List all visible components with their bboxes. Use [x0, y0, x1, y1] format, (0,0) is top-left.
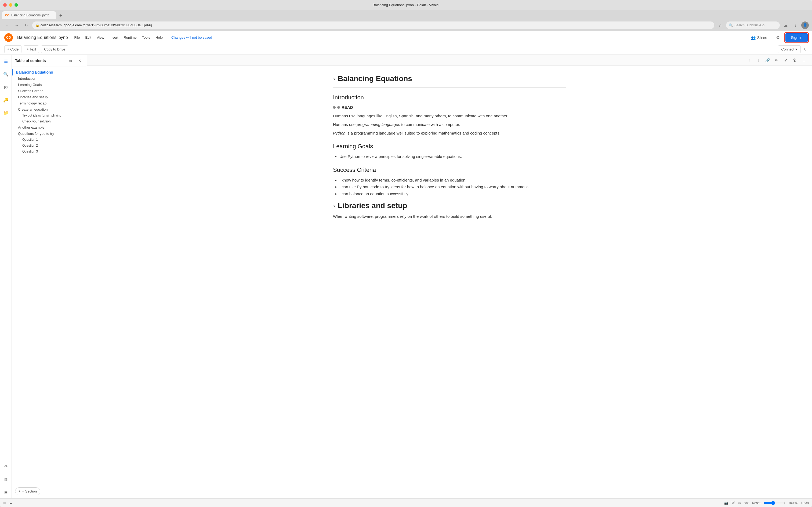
share-button[interactable]: 👥 Share — [748, 34, 770, 41]
extension-button[interactable]: ☁ — [782, 21, 790, 29]
success-criteria-3: I can balance an equation successfully. — [339, 190, 566, 198]
delete-button[interactable]: 🗑 — [791, 56, 799, 64]
profile-button[interactable]: 👤 — [801, 21, 809, 29]
settings-button[interactable]: ⚙ — [773, 33, 782, 42]
file-title: Balancing Equations.ipynb — [17, 35, 68, 40]
libraries-heading-text: Libraries and setup — [338, 202, 407, 210]
toc-item-balancing-equations[interactable]: Balancing Equations — [12, 69, 87, 75]
toc-close-button[interactable]: ✕ — [76, 57, 83, 64]
changes-notice[interactable]: Changes will not be saved — [171, 36, 212, 40]
main-area: ☰ 🔍 {x} 🔑 📁 <> ▦ ▣ Table of contents ▭ ✕ — [0, 55, 812, 498]
toc-header: Table of contents ▭ ✕ — [12, 55, 87, 67]
menu-button[interactable]: ⋮ — [792, 21, 799, 29]
add-code-button[interactable]: + Code — [4, 45, 21, 53]
close-button[interactable] — [3, 3, 7, 7]
libraries-chevron[interactable]: ∨ — [333, 204, 336, 208]
new-tab-button[interactable]: + — [57, 12, 64, 19]
success-criteria-list: I know how to identify terms, co-efficie… — [339, 177, 566, 198]
connect-dropdown-icon: ▾ — [795, 47, 797, 51]
code-icon[interactable]: </> — [744, 501, 749, 505]
read-label: READ — [342, 104, 353, 111]
toc-item-learning-goals[interactable]: Learning Goals — [12, 81, 87, 88]
menu-file[interactable]: File — [72, 35, 82, 41]
toc-item-success-criteria[interactable]: Success Criteria — [12, 88, 87, 94]
toc-item-libraries-setup[interactable]: Libraries and setup — [12, 94, 87, 100]
sidebar-icon-forms[interactable]: ▣ — [2, 488, 10, 496]
toc-item-terminology-recap[interactable]: Terminology recap — [12, 100, 87, 106]
forward-button[interactable]: → — [13, 21, 20, 29]
zoom-slider[interactable] — [764, 501, 785, 505]
sidebar-icon-code[interactable]: <> — [2, 462, 10, 470]
sidebar-icon-rail: ☰ 🔍 {x} 🔑 📁 <> ▦ ▣ — [0, 55, 12, 498]
toolbar-collapse-button[interactable]: ∧ — [802, 46, 808, 52]
toc-item-question-1[interactable]: Question 1 — [12, 137, 87, 143]
minimize-button[interactable] — [9, 3, 12, 7]
link-button[interactable]: 🔗 — [764, 56, 771, 64]
search-bar[interactable]: 🔍 Search DuckDuckGo — [726, 21, 780, 29]
app-window: Balancing Equations.ipynb - Colab - Viva… — [0, 0, 812, 507]
connect-button[interactable]: Connect ▾ — [778, 45, 801, 53]
move-down-button[interactable]: ↓ — [755, 56, 762, 64]
tab-bar: CO Balancing Equations.ipynb + — [0, 10, 812, 19]
edit-button[interactable]: ✏ — [773, 56, 780, 64]
toc-panel: Table of contents ▭ ✕ Balancing Equation… — [12, 55, 87, 498]
menu-help[interactable]: Help — [153, 35, 165, 41]
menu-runtime[interactable]: Runtime — [121, 35, 138, 41]
back-button[interactable]: ← — [3, 21, 11, 29]
toc-item-try-out-ideas[interactable]: Try out ideas for simplifying — [12, 113, 87, 118]
more-options-button[interactable]: ⋮ — [800, 56, 808, 64]
copy-to-drive-button[interactable]: Copy to Drive — [41, 45, 68, 53]
add-text-button[interactable]: + Text — [23, 45, 39, 53]
h1-chevron[interactable]: ∨ — [333, 76, 336, 81]
colab-badge: CO — [4, 33, 13, 42]
toc-item-question-2[interactable]: Question 2 — [12, 143, 87, 149]
python-italic: Python — [333, 131, 346, 135]
menu-tools[interactable]: Tools — [140, 35, 152, 41]
libraries-heading: ∨ Libraries and setup — [333, 202, 566, 210]
sidebar-icon-files[interactable]: 📁 — [2, 109, 10, 117]
libraries-section: ∨ Libraries and setup When writing softw… — [333, 202, 566, 220]
toc-panel-icon-button[interactable]: ▭ — [66, 57, 74, 64]
image-icon[interactable]: 🖼 — [732, 501, 735, 505]
toc-item-another-example[interactable]: Another example — [12, 124, 87, 130]
success-criteria-section: Success Criteria I know how to identify … — [333, 167, 566, 198]
learning-goals-heading: Learning Goals — [333, 143, 566, 150]
read-badge-container: READ — [333, 104, 566, 111]
cell-action-toolbar: ↑ ↓ 🔗 ✏ ⤢ 🗑 ⋮ — [87, 55, 812, 66]
bookmark-button[interactable]: ☆ — [716, 21, 724, 29]
toc-item-introduction[interactable]: Introduction — [12, 75, 87, 81]
sidebar-icon-menu[interactable]: ☰ — [2, 57, 10, 65]
screenshot-icon[interactable]: 📷 — [724, 501, 728, 505]
sidebar-icon-secrets[interactable]: 🔑 — [2, 96, 10, 104]
menu-view[interactable]: View — [95, 35, 106, 41]
window-icon[interactable]: ▭ — [738, 501, 741, 505]
reset-button[interactable]: Reset — [752, 501, 760, 505]
toolbar-right: Connect ▾ ∧ — [778, 45, 808, 53]
menu-edit[interactable]: Edit — [83, 35, 94, 41]
move-up-button[interactable]: ↑ — [745, 56, 753, 64]
sidebar-icon-terminal[interactable]: ▦ — [2, 475, 10, 484]
sidebar-icon-variable[interactable]: {x} — [2, 83, 10, 91]
maximize-button[interactable] — [14, 3, 18, 7]
sign-in-button[interactable]: Sign in — [786, 33, 808, 42]
colab-logo: CO — [4, 33, 13, 42]
sidebar-icon-search[interactable]: 🔍 — [2, 70, 10, 78]
status-dot-left — [3, 502, 6, 504]
add-section-label: + Section — [22, 489, 37, 493]
introduction-heading: Introduction — [333, 94, 566, 101]
success-criteria-heading: Success Criteria — [333, 167, 566, 173]
address-bar[interactable]: 🔒 colab.research.google.com/drive/1VrdV8… — [32, 21, 714, 29]
toc-item-create-equation[interactable]: Create an equation — [12, 106, 87, 113]
toc-item-question-3[interactable]: Question 3 — [12, 149, 87, 154]
introduction-section: Introduction READ Humans use languages l… — [333, 94, 566, 136]
search-icon: 🔍 — [729, 23, 733, 27]
active-tab[interactable]: CO Balancing Equations.ipynb — [2, 11, 56, 19]
toc-content: Balancing Equations Introduction Learnin… — [12, 67, 87, 484]
refresh-button[interactable]: ↻ — [22, 21, 30, 29]
toc-item-questions[interactable]: Questions for you to try — [12, 130, 87, 137]
expand-button[interactable]: ⤢ — [782, 56, 790, 64]
toc-item-check-solution[interactable]: Check your solution — [12, 118, 87, 124]
address-domain: google.com — [64, 23, 81, 27]
add-section-button[interactable]: + + Section — [15, 488, 40, 495]
menu-insert[interactable]: Insert — [107, 35, 121, 41]
